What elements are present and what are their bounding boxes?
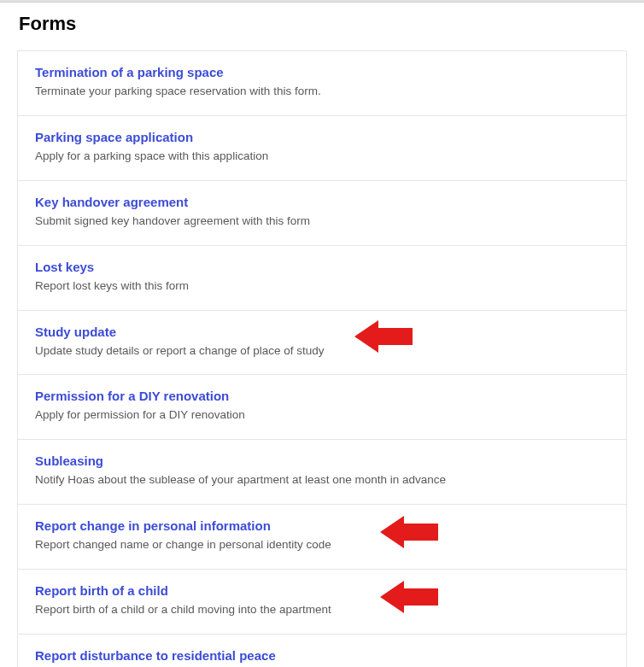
form-link-parking-application[interactable]: Parking space application xyxy=(35,130,609,144)
list-item: Report change in personal information Re… xyxy=(18,505,626,570)
list-item: Subleasing Notify Hoas about the subleas… xyxy=(18,440,626,505)
form-description: Submit signed key handover agreement wit… xyxy=(35,214,609,230)
form-description: Apply for a parking space with this appl… xyxy=(35,149,609,165)
list-item: Key handover agreement Submit signed key… xyxy=(18,181,626,246)
form-link-disturbance[interactable]: Report disturbance to residential peace xyxy=(35,648,609,663)
form-description: Report changed name or change in persona… xyxy=(35,537,609,553)
form-link-study-update[interactable]: Study update xyxy=(35,325,609,339)
list-item: Study update Update study details or rep… xyxy=(18,311,626,376)
form-link-termination-parking[interactable]: Termination of a parking space xyxy=(35,65,609,79)
form-link-key-handover[interactable]: Key handover agreement xyxy=(35,195,609,209)
form-link-birth-of-child[interactable]: Report birth of a child xyxy=(35,583,609,598)
page-container: Forms Termination of a parking space Ter… xyxy=(0,3,644,667)
form-description: Terminate your parking space reservation… xyxy=(35,84,609,100)
list-item: Permission for a DIY renovation Apply fo… xyxy=(18,375,626,440)
form-link-subleasing[interactable]: Subleasing xyxy=(35,453,609,468)
list-item: Lost keys Report lost keys with this for… xyxy=(18,246,626,311)
form-description: Apply for permission for a DIY renovatio… xyxy=(35,407,609,424)
form-description: Update study details or report a change … xyxy=(35,343,609,360)
list-item: Parking space application Apply for a pa… xyxy=(18,116,626,181)
form-description: Notify Hoas about the sublease of your a… xyxy=(35,472,609,489)
form-link-change-personal-info[interactable]: Report change in personal information xyxy=(35,518,609,533)
form-link-diy-renovation[interactable]: Permission for a DIY renovation xyxy=(35,389,609,403)
form-description: Report birth of a child or a child movin… xyxy=(35,602,609,618)
list-item: Report disturbance to residential peace … xyxy=(18,635,626,667)
list-item: Report birth of a child Report birth of … xyxy=(18,570,626,635)
form-description: Report lost keys with this form xyxy=(35,278,609,295)
page-title: Forms xyxy=(19,13,627,35)
form-link-lost-keys[interactable]: Lost keys xyxy=(35,260,609,274)
forms-list: Termination of a parking space Terminate… xyxy=(17,50,627,667)
list-item: Termination of a parking space Terminate… xyxy=(18,51,626,116)
